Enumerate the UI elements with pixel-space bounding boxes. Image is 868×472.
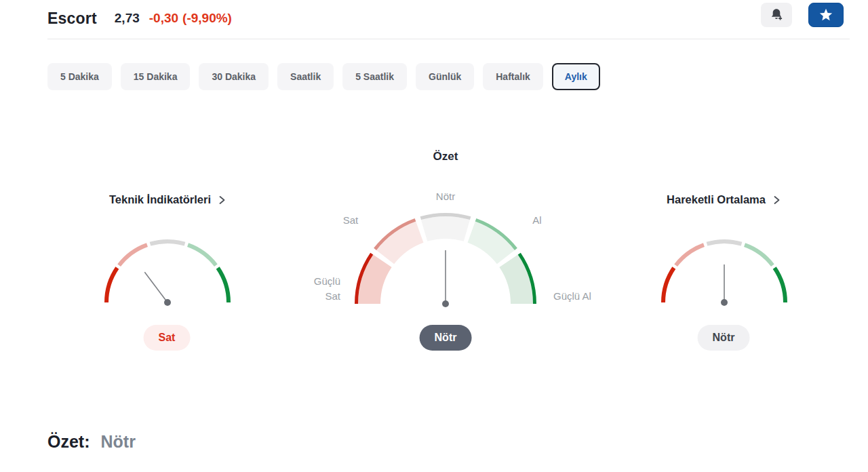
summary-footer: Özet: Nötr bbox=[47, 432, 136, 452]
technical-indicators-title: Teknik İndikatörleri bbox=[109, 193, 211, 206]
change-percent: (-9,90%) bbox=[182, 11, 232, 25]
summary-gauge-title: Özet bbox=[378, 150, 513, 163]
tab-30-dakika[interactable]: 30 Dakika bbox=[199, 63, 269, 90]
instrument-name: Escort bbox=[47, 9, 97, 28]
tab-aylık[interactable]: Aylık bbox=[552, 63, 600, 90]
last-price: 2,73 bbox=[115, 11, 140, 26]
chevron-right-icon bbox=[218, 195, 226, 205]
timeframe-tabs: 5 Dakika15 Dakika30 DakikaSaatlik5 Saatl… bbox=[47, 63, 600, 90]
moving-averages-title: Hareketli Ortalama bbox=[667, 193, 766, 206]
change-value: -0,30 bbox=[149, 11, 178, 25]
moving-averages-link[interactable]: Hareketli Ortalama bbox=[622, 193, 825, 206]
summary-gauge bbox=[351, 212, 540, 308]
tab-haftalık[interactable]: Haftalık bbox=[483, 63, 543, 90]
header-actions bbox=[761, 3, 844, 27]
price-change: -0,30(-9,90%) bbox=[149, 11, 236, 26]
scale-label-buy: Al bbox=[510, 214, 564, 226]
header-divider bbox=[47, 39, 850, 39]
technical-indicators-link[interactable]: Teknik İndikatörleri bbox=[66, 193, 269, 206]
create-alert-button[interactable] bbox=[761, 3, 792, 27]
chevron-right-icon bbox=[773, 195, 781, 205]
technical-indicators-gauge bbox=[100, 239, 235, 309]
tab-günlük[interactable]: Günlük bbox=[416, 63, 474, 90]
scale-label-neutral: Nötr bbox=[412, 191, 479, 202]
tab-5-saatlik[interactable]: 5 Saatlik bbox=[342, 63, 407, 90]
tab-saatlik[interactable]: Saatlik bbox=[277, 63, 334, 90]
tab-15-dakika[interactable]: 15 Dakika bbox=[121, 63, 191, 90]
scale-label-strong-sell: Güçlü Sat bbox=[301, 274, 340, 304]
tab-5-dakika[interactable]: 5 Dakika bbox=[47, 63, 112, 90]
summary-verdict-badge: Nötr bbox=[420, 325, 472, 351]
summary-footer-value: Nötr bbox=[101, 432, 136, 452]
instrument-header: Escort 2,73 -0,30(-9,90%) bbox=[0, 0, 868, 34]
scale-label-strong-buy: Güçlü Al bbox=[553, 290, 628, 302]
summary-footer-label: Özet: bbox=[47, 432, 90, 452]
moving-averages-gauge bbox=[656, 239, 792, 309]
bell-plus-icon bbox=[768, 7, 785, 23]
add-to-favorites-button[interactable] bbox=[808, 3, 844, 27]
star-icon bbox=[818, 7, 833, 22]
scale-label-sell: Sat bbox=[323, 214, 378, 226]
moving-averages-verdict-badge: Nötr bbox=[698, 325, 750, 351]
technical-indicators-verdict-badge: Sat bbox=[144, 325, 191, 351]
